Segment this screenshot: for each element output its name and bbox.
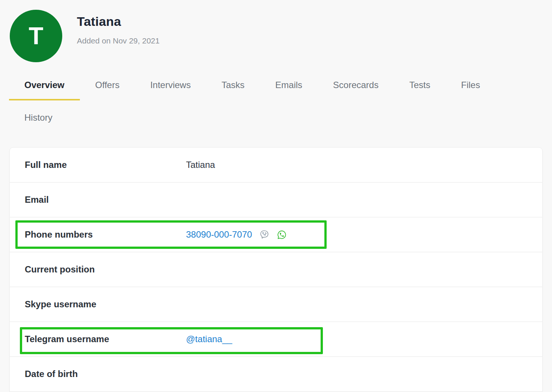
field-label: Current position bbox=[25, 264, 186, 275]
field-value: @tatiana__ bbox=[186, 334, 232, 344]
profile-row-skype-username: Skype username bbox=[10, 287, 542, 322]
tab-bar: Overview Offers Interviews Tasks Emails … bbox=[9, 80, 495, 100]
profile-row-telegram-username: Telegram username @tatiana__ bbox=[10, 322, 542, 357]
tab-files[interactable]: Files bbox=[446, 80, 495, 100]
profile-row-email: Email bbox=[10, 183, 542, 217]
profile-row-phone-numbers: Phone numbers 38090-000-7070 bbox=[10, 217, 542, 252]
added-date: Added on Nov 29, 2021 bbox=[77, 36, 160, 45]
tab-scorecards[interactable]: Scorecards bbox=[318, 80, 394, 100]
page-title: Tatiana bbox=[77, 14, 121, 29]
candidate-profile-page: T Tatiana Added on Nov 29, 2021 Overview… bbox=[0, 0, 552, 392]
profile-details-card: Full name Tatiana Email Phone numbers 38… bbox=[9, 147, 543, 392]
avatar: T bbox=[10, 10, 62, 62]
avatar-initial: T bbox=[28, 22, 43, 50]
telegram-username-link[interactable]: @tatiana__ bbox=[186, 334, 232, 344]
profile-row-full-name: Full name Tatiana bbox=[10, 148, 542, 183]
whatsapp-icon[interactable] bbox=[277, 230, 287, 240]
field-label: Full name bbox=[25, 160, 186, 170]
field-label: Skype username bbox=[25, 299, 186, 310]
viber-icon[interactable] bbox=[260, 230, 269, 239]
tab-emails[interactable]: Emails bbox=[260, 80, 318, 100]
profile-row-date-of-birth: Date of birth bbox=[10, 357, 542, 392]
tab-interviews[interactable]: Interviews bbox=[135, 80, 206, 100]
tab-bar-second-row: History bbox=[9, 113, 68, 133]
field-label: Date of birth bbox=[25, 369, 186, 379]
field-value: Tatiana bbox=[186, 160, 215, 170]
tab-overview[interactable]: Overview bbox=[9, 80, 80, 100]
field-label: Phone numbers bbox=[25, 229, 186, 240]
tab-history[interactable]: History bbox=[9, 113, 68, 133]
tab-tests[interactable]: Tests bbox=[394, 80, 446, 100]
field-label: Email bbox=[25, 195, 186, 205]
tab-offers[interactable]: Offers bbox=[80, 80, 135, 100]
phone-number-link[interactable]: 38090-000-7070 bbox=[186, 229, 252, 240]
tab-tasks[interactable]: Tasks bbox=[206, 80, 260, 100]
field-value: 38090-000-7070 bbox=[186, 229, 287, 240]
profile-row-current-position: Current position bbox=[10, 252, 542, 287]
field-label: Telegram username bbox=[25, 334, 186, 344]
